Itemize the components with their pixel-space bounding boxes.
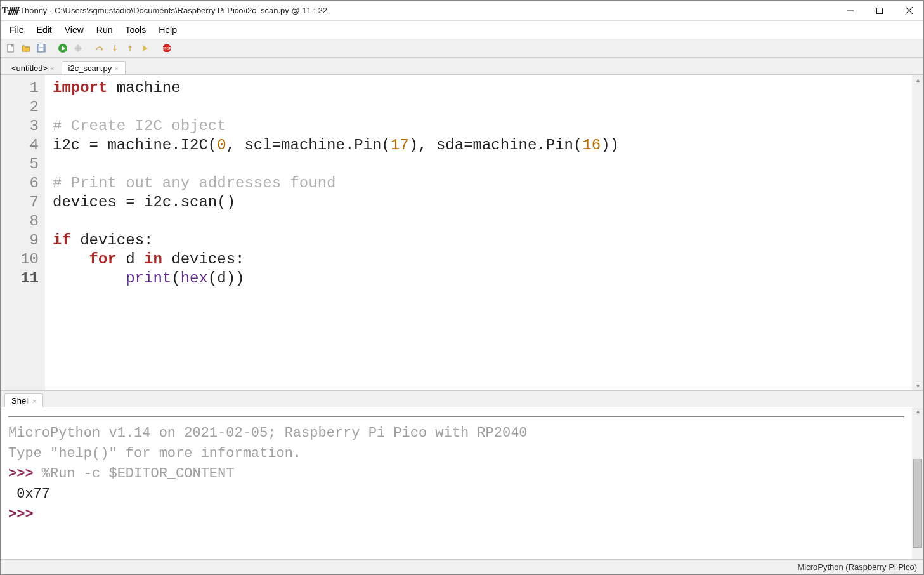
svg-marker-19: [143, 45, 148, 51]
tab-i2c_scanpy[interactable]: i2c_scan.py×: [62, 61, 126, 75]
menu-file[interactable]: File: [3, 22, 30, 37]
shell-tab-label: Shell: [11, 396, 30, 406]
open-file-icon[interactable]: [20, 42, 32, 55]
run-icon[interactable]: [56, 42, 69, 55]
shell-tab[interactable]: Shell ×: [4, 393, 43, 407]
editor-scrollbar[interactable]: ▴ ▾: [912, 75, 923, 390]
resume-icon[interactable]: [139, 42, 152, 55]
tab-label: <untitled>: [11, 63, 48, 73]
svg-marker-16: [113, 49, 117, 51]
titlebar: Tᚏ Thonny - C:\Users\sgmustadio\Document…: [1, 1, 923, 21]
menu-run[interactable]: Run: [90, 22, 119, 37]
stop-icon[interactable]: STOP: [160, 42, 173, 55]
menu-edit[interactable]: Edit: [30, 22, 58, 37]
minimize-button[interactable]: [836, 1, 865, 20]
window-title: Thonny - C:\Users\sgmustadio\Documents\R…: [20, 6, 836, 15]
scroll-down-icon[interactable]: ▾: [916, 382, 920, 389]
new-file-icon[interactable]: [4, 42, 17, 55]
menu-view[interactable]: View: [58, 22, 90, 37]
save-file-icon[interactable]: [35, 42, 48, 55]
shell-area[interactable]: MicroPython v1.14 on 2021-02-05; Raspber…: [1, 407, 923, 559]
svg-marker-18: [128, 45, 132, 48]
menubar: FileEditViewRunToolsHelp: [1, 21, 923, 39]
close-icon[interactable]: ×: [50, 65, 54, 72]
menu-tools[interactable]: Tools: [119, 22, 152, 37]
code-editor[interactable]: import machine # Create I2C objecti2c = …: [45, 75, 912, 390]
editor-area[interactable]: 1234567891011 import machine # Create I2…: [1, 74, 923, 390]
app-icon: Tᚏ: [6, 6, 16, 16]
svg-rect-7: [39, 48, 43, 51]
menu-help[interactable]: Help: [152, 22, 183, 37]
toolbar: STOP: [1, 39, 923, 58]
shell-tabs: Shell ×: [1, 390, 923, 407]
close-icon[interactable]: ×: [32, 397, 36, 405]
editor-tabs: <untitled>×i2c_scan.py×: [1, 58, 923, 74]
step-out-icon[interactable]: [124, 42, 136, 55]
debug-icon[interactable]: [72, 42, 84, 55]
close-button[interactable]: [894, 1, 923, 20]
maximize-button[interactable]: [865, 1, 894, 20]
window-controls: [836, 1, 923, 20]
scroll-thumb[interactable]: [913, 459, 922, 548]
scroll-up-icon[interactable]: ▴: [916, 407, 920, 414]
close-icon[interactable]: ×: [114, 65, 118, 72]
statusbar: MicroPython (Raspberry Pi Pico): [1, 559, 923, 574]
interpreter-label[interactable]: MicroPython (Raspberry Pi Pico): [797, 562, 917, 572]
svg-rect-8: [39, 44, 43, 47]
step-into-icon[interactable]: [108, 42, 121, 55]
svg-text:STOP: STOP: [162, 46, 171, 50]
scroll-up-icon[interactable]: ▴: [916, 76, 920, 83]
shell-content[interactable]: MicroPython v1.14 on 2021-02-05; Raspber…: [1, 407, 912, 559]
tab-label: i2c_scan.py: [68, 63, 112, 73]
line-gutter: 1234567891011: [1, 75, 45, 390]
shell-scrollbar[interactable]: ▴: [912, 407, 923, 559]
tab-untitled[interactable]: <untitled>×: [4, 61, 62, 75]
svg-rect-1: [877, 8, 883, 13]
step-over-icon[interactable]: [93, 42, 106, 55]
